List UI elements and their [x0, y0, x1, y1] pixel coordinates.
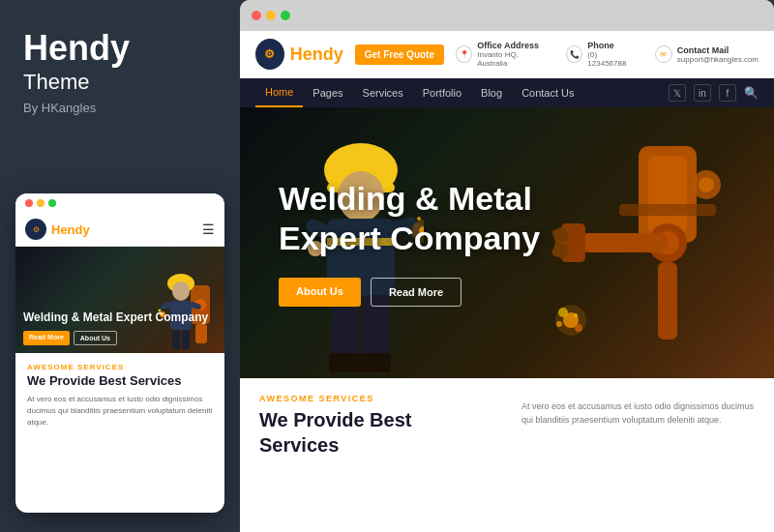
nav-services[interactable]: Services [353, 79, 413, 106]
mobile-hero-title: Welding & Metal Expert Company [23, 310, 208, 326]
hero-title-line1: Welding & Metal [279, 180, 532, 217]
browser-chrome [240, 0, 774, 31]
mobile-logo-icon: ⚙ [25, 219, 46, 240]
hero-read-button[interactable]: Read More [371, 278, 461, 307]
svg-rect-33 [648, 156, 687, 233]
mobile-hero-content: Welding & Metal Expert Company Read More… [23, 310, 208, 345]
address-info: 📍 Office Address Invanto HQ, Australia [456, 41, 547, 68]
site-logo-text: Hendy [290, 44, 343, 65]
svg-point-49 [555, 305, 586, 336]
right-panel: ⚙ Hendy Get Free Quote 📍 Office Address … [240, 0, 774, 532]
phone-value: (0) 123456788 [587, 50, 635, 68]
services-title-left: We Provide Best Services [259, 407, 492, 458]
mail-label: Contact Mail [677, 45, 759, 55]
mobile-about-us-button[interactable]: About Us [74, 331, 117, 345]
svg-rect-26 [360, 353, 391, 372]
browser-dot-green [281, 11, 290, 20]
mobile-mockup: ⚙ Hendy ☰ [15, 193, 224, 513]
mobile-dot-green [48, 199, 56, 207]
phone-info: 📞 Phone (0) 123456788 [566, 41, 636, 68]
services-text-right: At vero eos et accusamus et iusto odio d… [521, 399, 755, 428]
left-panel: Hendy Theme By HKangles ⚙ Hendy ☰ [0, 0, 240, 532]
site-logo-icon: ⚙ [255, 39, 284, 70]
browser-window-dots [252, 11, 290, 20]
svg-rect-36 [580, 233, 668, 252]
mail-value: support@hkangles.com [677, 55, 759, 64]
mail-text-block: Contact Mail support@hkangles.com [677, 45, 759, 64]
location-icon: 📍 [456, 45, 472, 63]
robot-arm-bg-icon [522, 127, 755, 378]
brand-by: By HKangles [23, 101, 217, 115]
mobile-window-dots [25, 199, 56, 207]
svg-point-43 [699, 177, 714, 192]
hero-about-button[interactable]: About Us [279, 278, 361, 307]
hero-title: Welding & Metal Expert Company [279, 179, 540, 258]
phone-text-block: Phone (0) 123456788 [587, 41, 635, 68]
hamburger-icon[interactable]: ☰ [202, 222, 215, 237]
svg-rect-40 [658, 262, 677, 340]
site-logo-area: ⚙ Hendy [255, 39, 343, 70]
mobile-dot-red [25, 199, 33, 207]
linkedin-icon[interactable]: in [694, 84, 711, 102]
site-bottom-section: AWESOME SERVICES We Provide Best Service… [240, 378, 774, 473]
nav-social-icons: 𝕏 in f 🔍 [669, 84, 759, 102]
brand-name: Hendy [23, 29, 217, 68]
mobile-read-more-button[interactable]: Read More [23, 331, 70, 345]
twitter-icon[interactable]: 𝕏 [669, 84, 686, 102]
nav-contact[interactable]: Contact Us [512, 79, 583, 106]
brand-theme: Theme [23, 70, 217, 95]
get-quote-button[interactable]: Get Free Quote [355, 44, 444, 65]
hero-title-line2: Expert Company [279, 220, 540, 256]
bottom-right: At vero eos et accusamus et iusto odio d… [521, 394, 755, 458]
mobile-services-tag: AWESOME SERVICES [27, 363, 213, 371]
mobile-nav: ⚙ Hendy ☰ [15, 213, 224, 247]
mobile-services-text: At vero eos et accusamus et iusto odio d… [27, 394, 213, 429]
svg-rect-41 [619, 204, 716, 216]
mail-icon: ✉ [655, 45, 672, 63]
search-icon[interactable]: 🔍 [744, 86, 759, 100]
phone-label: Phone [587, 41, 635, 50]
bottom-left: AWESOME SERVICES We Provide Best Service… [259, 394, 492, 458]
mobile-services-title: We Provide Best Services [27, 373, 213, 390]
mobile-content-section: AWESOME SERVICES We Provide Best Service… [15, 353, 224, 438]
email-info: ✉ Contact Mail support@hkangles.com [655, 41, 759, 68]
website-content: ⚙ Hendy Get Free Quote 📍 Office Address … [240, 31, 774, 532]
hero-content: Welding & Metal Expert Company About Us … [279, 179, 540, 307]
nav-portfolio[interactable]: Portfolio [413, 79, 471, 106]
site-hero-section: Welding & Metal Expert Company About Us … [240, 107, 774, 378]
mobile-logo-text: Hendy [51, 222, 90, 237]
browser-dot-yellow [266, 11, 276, 20]
address-label: Office Address [477, 41, 547, 50]
nav-pages[interactable]: Pages [303, 79, 352, 106]
site-nav: Home Pages Services Portfolio Blog Conta… [240, 78, 774, 107]
mobile-hero: Welding & Metal Expert Company Read More… [15, 247, 224, 353]
services-tag-left: AWESOME SERVICES [259, 394, 492, 403]
mobile-dot-yellow [37, 199, 45, 207]
site-info-items: 📍 Office Address Invanto HQ, Australia 📞… [456, 41, 759, 68]
phone-icon: 📞 [566, 45, 582, 63]
address-value: Invanto HQ, Australia [477, 50, 547, 68]
mobile-hero-buttons: Read More About Us [23, 331, 208, 345]
mobile-top-bar [15, 193, 224, 213]
nav-blog[interactable]: Blog [471, 79, 512, 106]
svg-rect-25 [329, 353, 360, 372]
nav-home[interactable]: Home [255, 78, 303, 107]
hero-buttons: About Us Read More [279, 278, 540, 307]
svg-point-1 [172, 281, 190, 301]
mobile-logo-area: ⚙ Hendy [25, 219, 90, 240]
browser-dot-red [252, 11, 261, 20]
site-topbar: ⚙ Hendy Get Free Quote 📍 Office Address … [240, 31, 774, 78]
address-text-block: Office Address Invanto HQ, Australia [477, 41, 547, 68]
facebook-icon[interactable]: f [719, 84, 736, 102]
